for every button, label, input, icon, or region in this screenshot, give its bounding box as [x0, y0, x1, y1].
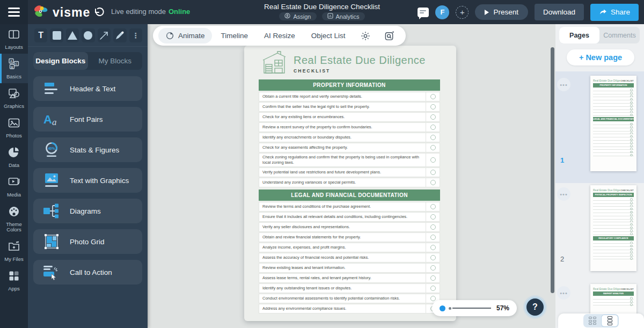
checklist-row[interactable]: Review the terms and conditions of the p…: [259, 202, 440, 212]
zoom-slider-track[interactable]: [452, 308, 491, 309]
block-stats-figures[interactable]: 40%Stats & Figures: [33, 137, 142, 162]
sidebar-item-label: My Files: [4, 257, 23, 263]
section-header[interactable]: LEGAL AND FINANCIAL DOCUMENTATION: [259, 189, 440, 201]
apps-icon: [8, 269, 20, 285]
checklist-row[interactable]: Understand any zoning variances or speci…: [259, 178, 440, 187]
checklist-row[interactable]: Address any environmental compliance iss…: [259, 304, 440, 314]
checklist-radio-cell: [426, 243, 440, 252]
pen-tool-button[interactable]: [113, 28, 126, 42]
media-icon: [8, 176, 20, 191]
checklist-row[interactable]: Conduct environmental assessments to ide…: [259, 294, 440, 303]
sidebar-item-my-files[interactable]: My Files: [0, 236, 28, 266]
checklist-row[interactable]: Ensure that it includes all relevant det…: [259, 212, 440, 222]
checklist-row[interactable]: Confirm that the seller has the legal ri…: [259, 102, 440, 112]
sidebar-item-graphics[interactable]: Graphics: [0, 83, 28, 113]
arrow-tool-icon: [99, 30, 109, 41]
checklist-radio-cell: [426, 202, 440, 211]
toolbar-timeline[interactable]: Timeline: [214, 28, 255, 43]
tab-design-blocks[interactable]: Design Blocks: [33, 52, 88, 70]
radio-circle-icon: [430, 104, 436, 110]
help-button[interactable]: ?: [525, 297, 545, 317]
page-options-icon[interactable]: •••: [557, 78, 570, 91]
text-tool-button[interactable]: T: [34, 28, 47, 42]
hamburger-menu-icon[interactable]: [0, 0, 28, 24]
comments-icon[interactable]: [418, 8, 429, 17]
thumb-subtitle: CHECKLIST: [620, 189, 634, 192]
analytics-button[interactable]: Analytics: [322, 12, 365, 20]
object-search-button[interactable]: [378, 28, 400, 43]
download-button[interactable]: Download: [535, 4, 584, 20]
live-editing-label: Live editing modeOnline: [111, 8, 190, 16]
block-diagrams[interactable]: Diagrams: [33, 199, 142, 223]
add-collaborator-button[interactable]: +: [456, 6, 469, 19]
tab-my-blocks[interactable]: My Blocks: [88, 52, 143, 70]
share-button[interactable]: Share: [590, 4, 639, 21]
block-text-with-graphics[interactable]: Text with Graphics: [33, 168, 142, 193]
tab-comments[interactable]: Comments: [599, 27, 640, 43]
canvas-scrollbar[interactable]: [551, 47, 554, 293]
zoom-slider-handle[interactable]: [440, 305, 445, 311]
page-thumbnail-2[interactable]: Real Estate Due DiligenceCHECKLISTPHYSIC…: [590, 185, 636, 271]
assign-button[interactable]: Assign: [279, 12, 316, 20]
document-subtitle[interactable]: CHECKLIST: [294, 68, 426, 74]
checklist-row[interactable]: Check for any existing liens or encumbra…: [259, 112, 440, 122]
pen-tool-icon: [114, 30, 125, 41]
checklist-row[interactable]: Review existing leases and tenant inform…: [259, 263, 440, 273]
checklist-row[interactable]: Check zoning regulations and confirm tha…: [259, 153, 440, 167]
sidebar-item-data[interactable]: Data: [0, 142, 28, 172]
column-view-icon[interactable]: [602, 315, 618, 326]
toolbar-ai-resize[interactable]: AI Resize: [257, 28, 302, 43]
checklist-row[interactable]: Identify any outstanding tenant issues o…: [259, 283, 440, 293]
checklist-row[interactable]: Verify any seller disclosures and repres…: [259, 222, 440, 232]
project-title[interactable]: Real Estate Due Diligence Checklist: [264, 3, 380, 11]
circle-tool-button[interactable]: [82, 28, 94, 42]
checklist-row[interactable]: Assess lease terms, rental rates, and te…: [259, 273, 440, 283]
photos-icon: [8, 116, 20, 132]
document-header[interactable]: Real Estate Due Diligence CHECKLIST: [262, 51, 426, 77]
user-avatar[interactable]: F: [435, 5, 449, 19]
more-tools-button[interactable]: ⋮: [129, 28, 142, 42]
checklist-row[interactable]: Obtain and review financial statements f…: [259, 232, 440, 242]
section-header[interactable]: PROPERTY INFORMATION: [259, 79, 440, 91]
settings-gear-button[interactable]: [355, 28, 376, 43]
triangle-tool-button[interactable]: [66, 28, 79, 42]
sidebar-item-layouts[interactable]: Layouts: [0, 24, 28, 54]
checklist-row[interactable]: Analyze income, expenses, and profit mar…: [259, 243, 440, 252]
checklist-row[interactable]: Review a recent survey of the property t…: [259, 122, 440, 132]
square-tool-button[interactable]: [50, 28, 63, 42]
visme-logo[interactable]: visme: [33, 4, 90, 21]
undo-icon[interactable]: [92, 6, 105, 19]
thumb-title: Real Estate Due Diligence: [593, 79, 620, 82]
block-call-to-action[interactable]: Call to Action: [33, 260, 142, 285]
page-options-icon[interactable]: •••: [557, 286, 570, 300]
sidebar-item-theme-colors[interactable]: Theme Colors: [0, 201, 28, 237]
toolbar-object-list[interactable]: Object List: [304, 28, 353, 43]
checklist-row[interactable]: Assess the accuracy of financial records…: [259, 253, 440, 263]
sidebar-item-apps[interactable]: Apps: [0, 266, 28, 295]
checklist-radio-cell: [426, 133, 440, 142]
checklist-row[interactable]: Obtain a current title report and verify…: [259, 92, 440, 101]
checklist-row[interactable]: Verify potential land use restrictions a…: [259, 167, 440, 177]
arrow-tool-button[interactable]: [98, 28, 111, 42]
page-thumbnail-1[interactable]: Real Estate Due DiligenceCHECKLISTPROPER…: [590, 76, 636, 171]
page-options-icon[interactable]: •••: [557, 187, 570, 201]
block-font-pairs[interactable]: AaFont Pairs: [33, 107, 142, 132]
left-sidebar: LayoutsACBBasicsGraphicsPhotosDataMediaT…: [0, 24, 28, 328]
new-page-button[interactable]: + New page: [567, 49, 634, 65]
sidebar-item-media[interactable]: Media: [0, 172, 28, 201]
grid-view-icon[interactable]: [584, 315, 601, 326]
block-header-text[interactable]: Header & Text: [33, 76, 142, 101]
toolbar-animate[interactable]: Animate: [158, 28, 212, 43]
thumb-section-header: REGULATORY COMPLIANCE: [593, 236, 634, 240]
document-page[interactable]: Real Estate Due Diligence CHECKLIST PROP…: [244, 46, 456, 321]
block-photo-grid[interactable]: Photo Grid: [33, 229, 142, 254]
checklist-row[interactable]: Check for any easements affecting the pr…: [259, 143, 440, 152]
tab-pages[interactable]: Pages: [559, 27, 599, 43]
sidebar-item-basics[interactable]: ACBBasics: [0, 54, 28, 83]
checklist-row[interactable]: Identify any encroachments or boundary d…: [259, 133, 440, 142]
font-pairs-icon: Aa: [41, 111, 62, 127]
checklist-radio-cell: [426, 213, 440, 221]
sidebar-item-photos[interactable]: Photos: [0, 113, 28, 142]
present-button[interactable]: Present: [475, 4, 528, 20]
document-title[interactable]: Real Estate Due Diligence: [294, 54, 426, 67]
